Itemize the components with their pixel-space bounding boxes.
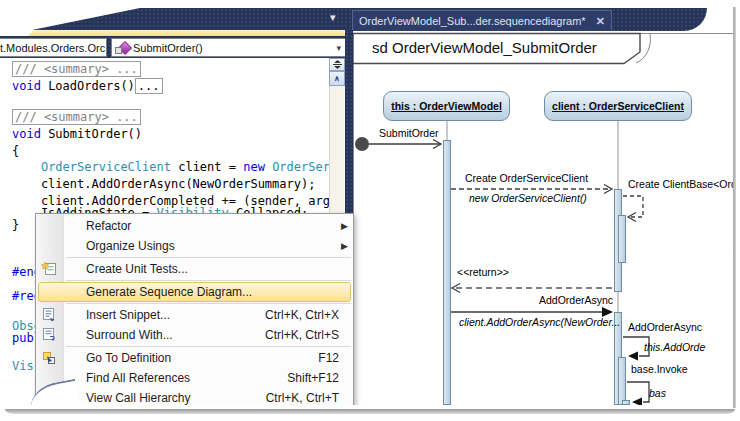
title-band-left bbox=[28, 8, 352, 30]
window-right-border bbox=[733, 7, 736, 408]
message-addorderasync: AddOrderAsync bbox=[539, 294, 613, 306]
code-line: /// <summary> ... bbox=[0, 110, 329, 125]
message-addorderasync-self: AddOrderAsync bbox=[628, 321, 702, 333]
close-tab-icon[interactable]: ✕ bbox=[596, 15, 605, 28]
submenu-arrow-icon: ▶ bbox=[341, 241, 348, 251]
menu-item-label: Go To Definition bbox=[86, 351, 171, 365]
code-fold-box[interactable]: /// <summary> ... bbox=[12, 109, 141, 125]
window-bottom-border bbox=[5, 409, 735, 414]
vs-window: OrderViewModel_Sub...der.sequencediagram… bbox=[0, 0, 740, 421]
title-band-right: OrderViewModel_Sub...der.sequencediagram… bbox=[340, 8, 707, 31]
menu-item-insert-snippet[interactable]: Insert Snippet...Ctrl+K, Ctrl+X bbox=[36, 305, 353, 325]
menu-item-shortcut: Shift+F12 bbox=[287, 371, 339, 385]
chevron-up-icon: ∧ bbox=[334, 74, 340, 83]
member-combobox[interactable]: SubmitOrder() ▾ bbox=[111, 38, 346, 57]
chevron-down-icon[interactable]: ▾ bbox=[330, 11, 336, 24]
menu-item-generate-sequence-diagram[interactable]: Generate Sequence Diagram... bbox=[36, 282, 353, 302]
document-tab[interactable]: OrderViewModel_Sub...der.sequencediagram… bbox=[352, 10, 612, 31]
insert-snippet-icon bbox=[41, 307, 57, 323]
message-this-addorder-code: this.AddOrde bbox=[644, 341, 705, 353]
message-create-client: Create OrderServiceClient bbox=[465, 172, 588, 184]
code-line: client.AddOrderAsync(NewOrderSummary); bbox=[0, 177, 329, 192]
context-menu: Refactor▶Organize Usings▶Create Unit Tes… bbox=[35, 213, 354, 407]
menu-item-label: Create Unit Tests... bbox=[86, 262, 188, 276]
menu-item-label: Organize Usings bbox=[86, 239, 175, 253]
menu-item-refactor[interactable]: Refactor▶ bbox=[36, 216, 353, 236]
menu-item-go-to-definition[interactable]: Go To DefinitionF12 bbox=[36, 348, 353, 368]
menu-item-shortcut: Ctrl+K, Ctrl+T bbox=[266, 391, 339, 405]
window-bottom-edge bbox=[0, 405, 740, 421]
menu-item-shortcut: Ctrl+K, Ctrl+X bbox=[265, 308, 339, 322]
menu-item-label: Insert Snippet... bbox=[86, 308, 170, 322]
code-line: { bbox=[0, 144, 329, 159]
menu-item-organize-usings[interactable]: Organize Usings▶ bbox=[36, 236, 353, 256]
split-icon bbox=[333, 60, 342, 69]
menu-item-surround-with[interactable]: Surround With...Ctrl+K, Ctrl+S bbox=[36, 325, 353, 345]
navigation-bar: t.Modules.Orders.Orc ▾ SubmitOrder() ▾ bbox=[0, 36, 352, 58]
message-submitorder: SubmitOrder bbox=[379, 127, 439, 139]
menu-item-find-all-references[interactable]: Find All ReferencesShift+F12 bbox=[36, 368, 353, 388]
menu-item-shortcut: F12 bbox=[318, 351, 339, 365]
chevron-down-icon[interactable]: ▾ bbox=[332, 43, 345, 53]
menu-item-label: Surround With... bbox=[86, 328, 173, 342]
menu-item-label: Find All References bbox=[86, 371, 190, 385]
go-to-definition-icon bbox=[41, 350, 57, 366]
menu-item-label: Refactor bbox=[86, 219, 131, 233]
submenu-arrow-icon: ▶ bbox=[341, 221, 348, 231]
splitter-handle[interactable] bbox=[329, 58, 345, 71]
code-line: void SubmitOrder() bbox=[0, 127, 329, 142]
menu-item-label: View Call Hierarchy bbox=[86, 391, 190, 405]
scroll-up-button[interactable]: ∧ bbox=[329, 71, 345, 86]
menu-item-label: Generate Sequence Diagram... bbox=[86, 285, 252, 299]
chevron-down-icon[interactable]: ▾ bbox=[105, 43, 107, 53]
code-line: OrderServiceClient client = new OrderSer… bbox=[0, 160, 329, 175]
message-create-clientbase: Create ClientBase<Orde bbox=[628, 178, 733, 190]
menu-item-create-unit-tests[interactable]: Create Unit Tests... bbox=[36, 259, 353, 279]
message-base-invoke: base.Invoke bbox=[631, 363, 688, 375]
create-unit-tests-icon bbox=[41, 261, 57, 277]
message-create-client-code: new OrderServiceClient() bbox=[469, 192, 587, 204]
window-right-edge bbox=[736, 0, 740, 421]
member-combobox-value: SubmitOrder() bbox=[133, 42, 203, 54]
code-line: /// <summary> ... bbox=[0, 62, 329, 77]
sequence-diagram-pane: sd OrderViewModel_SubmitOrder this : Ord… bbox=[353, 31, 734, 405]
scope-combobox-value: t.Modules.Orders.Orc bbox=[0, 42, 105, 54]
method-icon bbox=[115, 40, 131, 55]
scope-combobox[interactable]: t.Modules.Orders.Orc ▾ bbox=[0, 38, 107, 57]
code-fold-box[interactable]: ... bbox=[135, 78, 163, 94]
surround-with-icon bbox=[41, 327, 57, 343]
code-fold-box[interactable]: /// <summary> ... bbox=[12, 61, 141, 77]
message-base-code: bas bbox=[649, 387, 666, 399]
tab-title: OrderViewModel_Sub...der.sequencediagram… bbox=[359, 15, 590, 27]
menu-item-shortcut: Ctrl+K, Ctrl+S bbox=[265, 328, 339, 342]
code-line: void LoadOrders()... bbox=[0, 79, 329, 94]
message-addorderasync-code: client.AddOrderAsync(NewOrder... bbox=[459, 316, 620, 328]
message-return: <<return>> bbox=[457, 266, 509, 278]
